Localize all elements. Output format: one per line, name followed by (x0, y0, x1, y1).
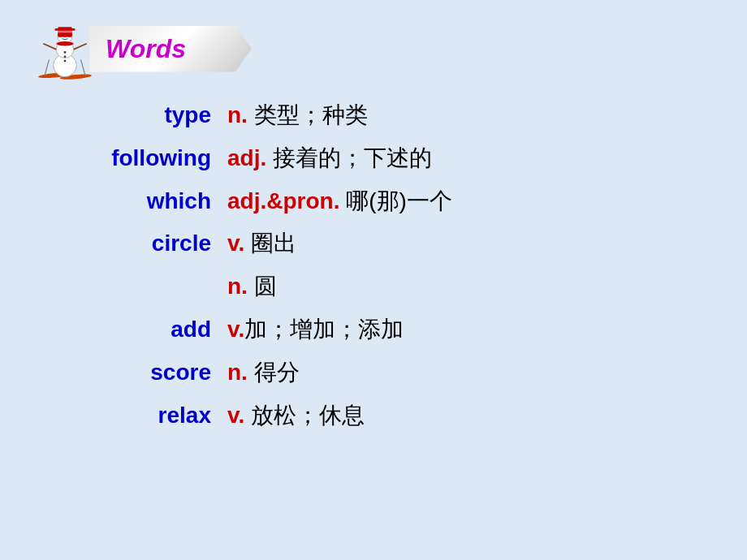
word-pos: adj.&pron. (227, 188, 339, 213)
word-row: type n. 类型；种类 (65, 97, 682, 134)
word-definition: v. 圈出 (227, 226, 682, 262)
svg-line-18 (81, 59, 85, 75)
title-banner: Words (89, 26, 252, 72)
word-row: add v.加；增加；添加 (65, 312, 682, 348)
word-definition: n. 圆 (227, 269, 682, 305)
svg-line-16 (74, 44, 87, 50)
svg-rect-10 (56, 31, 73, 33)
word-meaning: 圆 (248, 274, 277, 299)
word-pos: v. (227, 403, 244, 428)
word-english: score (65, 355, 227, 391)
word-meaning: 得分 (248, 360, 300, 385)
snowman-icon (32, 16, 97, 81)
word-row: n. 圆 (65, 269, 682, 305)
word-pos: v. (227, 317, 244, 342)
word-meaning: 接着的；下述的 (266, 145, 432, 170)
word-meaning: 加；增加；添加 (244, 317, 404, 342)
word-row: relax v. 放松；休息 (65, 398, 682, 434)
word-english: which (65, 183, 227, 220)
word-english: add (65, 312, 227, 348)
svg-rect-9 (55, 28, 76, 31)
svg-point-13 (64, 55, 67, 58)
word-english: circle (65, 226, 227, 262)
words-table: type n. 类型；种类 following adj. 接着的；下述的 whi… (0, 97, 747, 440)
word-english: following (65, 140, 227, 177)
word-definition: n. 得分 (227, 355, 682, 391)
svg-point-14 (64, 60, 67, 62)
word-row: which adj.&pron. 哪(那)一个 (65, 183, 682, 220)
word-meaning: 类型；种类 (248, 102, 368, 127)
word-meaning: 圈出 (244, 230, 296, 256)
word-meaning: 放松；休息 (244, 403, 365, 428)
word-pos: v. (227, 230, 244, 256)
word-row: circle v. 圈出 (65, 226, 682, 262)
word-definition: adj. 接着的；下述的 (227, 140, 682, 177)
svg-point-11 (56, 41, 73, 45)
word-english: type (65, 97, 227, 134)
word-english: relax (65, 398, 227, 434)
word-pos: n. (227, 102, 248, 127)
svg-line-15 (43, 44, 56, 50)
word-definition: v.加；增加；添加 (227, 312, 682, 348)
word-pos: n. (227, 360, 248, 385)
word-row: score n. 得分 (65, 355, 682, 391)
page-title: Words (106, 34, 186, 63)
word-definition: n. 类型；种类 (227, 97, 682, 134)
word-pos: n. (227, 274, 248, 299)
word-definition: v. 放松；休息 (227, 398, 682, 434)
svg-line-17 (45, 59, 49, 75)
word-row: following adj. 接着的；下述的 (65, 140, 682, 177)
header: Words (32, 16, 252, 81)
svg-point-12 (64, 51, 67, 54)
word-pos: adj. (227, 145, 266, 170)
word-meaning: 哪(那)一个 (339, 188, 451, 213)
word-definition: adj.&pron. 哪(那)一个 (227, 183, 682, 220)
